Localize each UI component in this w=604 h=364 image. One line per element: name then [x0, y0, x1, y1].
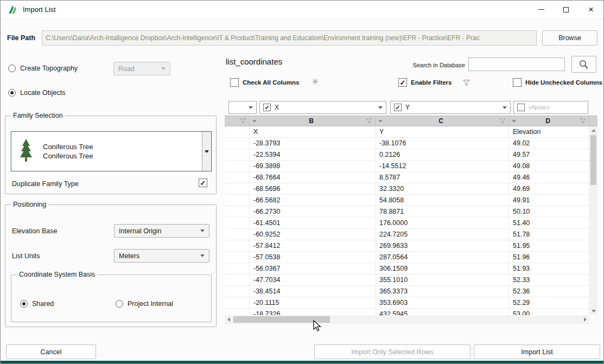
row-selector-cell[interactable] [225, 126, 250, 137]
checkbox-icon[interactable] [394, 104, 402, 111]
table-cell[interactable]: -18.7326 [250, 309, 376, 315]
row-selector-cell[interactable] [225, 309, 250, 315]
table-cell[interactable]: Y [376, 126, 509, 137]
row-selector-cell[interactable] [225, 274, 250, 285]
scroll-down-button[interactable] [589, 307, 597, 315]
table-cell[interactable]: 78.8871 [376, 206, 509, 217]
table-cell[interactable]: 224.7205 [376, 229, 509, 240]
list-units-dropdown[interactable]: Meters [114, 249, 209, 263]
table-cell[interactable]: -22.5394 [250, 149, 376, 160]
row-selector-cell[interactable] [225, 138, 250, 149]
row-selector-cell[interactable] [225, 252, 250, 263]
row-selector-cell[interactable] [225, 297, 250, 308]
table-cell[interactable]: 432.5945 [376, 309, 509, 315]
table-cell[interactable]: -60.9252 [250, 229, 376, 240]
column-selector-a[interactable] [228, 101, 257, 114]
checkbox-icon[interactable] [517, 104, 525, 111]
table-cell[interactable]: 51.96 [509, 252, 589, 263]
table-cell[interactable]: 51.40 [509, 218, 589, 228]
table-cell[interactable]: 365.3373 [376, 286, 509, 297]
table-cell[interactable]: Elevation [509, 126, 589, 137]
table-row[interactable]: -68.569632.332049.69 [225, 183, 589, 195]
table-row[interactable]: -57.0538287.056451.96 [225, 252, 589, 263]
table-cell[interactable]: 306.1509 [376, 263, 509, 274]
locate-objects-radio[interactable]: Locate Objects [8, 89, 65, 97]
table-cell[interactable]: -38.1076 [376, 138, 509, 149]
table-row[interactable]: -57.8412269.963351.95 [225, 240, 589, 252]
table-cell[interactable]: 51.78 [509, 229, 589, 240]
table-cell[interactable]: -28.3793 [250, 138, 376, 149]
table-row[interactable]: -18.7326432.594553.00 [225, 309, 589, 315]
table-row[interactable]: -68.76648.578749.46 [225, 172, 589, 183]
table-cell[interactable]: 176.0000 [376, 218, 509, 228]
checkbox-icon[interactable] [263, 104, 271, 111]
table-cell[interactable]: 353.6903 [376, 297, 509, 308]
table-row[interactable]: -60.9252224.720551.78 [225, 229, 589, 240]
enable-filters-checkbox[interactable]: Enable Filters [398, 78, 452, 87]
table-cell[interactable]: 269.9633 [376, 240, 509, 251]
table-cell[interactable]: 49.46 [509, 172, 589, 183]
table-cell[interactable]: 49.57 [509, 149, 589, 160]
table-cell[interactable]: -68.5696 [250, 183, 376, 194]
table-cell[interactable]: 355.1010 [376, 274, 509, 285]
column-header-b[interactable]: B [250, 116, 376, 126]
create-topography-radio[interactable]: Create Topography [8, 65, 78, 72]
table-row[interactable]: -56.0367306.150951.93 [225, 263, 589, 274]
cancel-button[interactable]: Cancel [6, 344, 96, 359]
import-selected-rows-button[interactable]: Import Only Selected Rows [314, 344, 471, 359]
table-cell[interactable]: 54.8058 [376, 195, 509, 206]
road-dropdown[interactable]: Road [113, 62, 170, 75]
table-row[interactable]: XYElevation [225, 126, 589, 138]
corner-header-cell[interactable] [225, 116, 250, 126]
horizontal-scrollbar[interactable] [225, 315, 589, 324]
table-cell[interactable]: -61.4501 [250, 218, 376, 228]
table-cell[interactable]: 8.5787 [376, 172, 509, 183]
table-cell[interactable]: -68.7664 [250, 172, 376, 183]
table-cell[interactable]: 287.0564 [376, 252, 509, 263]
scroll-right-button[interactable] [581, 315, 589, 324]
search-button[interactable] [571, 56, 596, 73]
table-cell[interactable]: 49.91 [509, 195, 589, 206]
row-selector-cell[interactable] [225, 149, 250, 160]
vertical-scrollbar[interactable] [589, 126, 597, 315]
table-row[interactable]: -20.1115353.690352.29 [225, 297, 589, 309]
table-row[interactable]: -38.4514365.337352.36 [225, 286, 589, 297]
table-cell[interactable]: 32.3320 [376, 183, 509, 194]
table-cell[interactable]: 52.29 [509, 297, 589, 308]
snowflake-icon[interactable]: ✳ [311, 76, 319, 87]
duplicate-family-checkbox[interactable] [199, 178, 207, 187]
row-selector-cell[interactable] [225, 183, 250, 194]
family-dropdown-button[interactable] [202, 132, 211, 171]
table-row[interactable]: -28.3793-38.107649.02 [225, 138, 589, 149]
elevation-base-dropdown[interactable]: Internal Origin [114, 224, 209, 238]
table-cell[interactable]: -56.0367 [250, 263, 376, 274]
table-cell[interactable]: 51.95 [509, 240, 589, 251]
table-row[interactable]: -61.4501176.000051.40 [225, 218, 589, 229]
close-button[interactable]: × [578, 1, 603, 19]
table-cell[interactable]: -47.7034 [250, 274, 376, 285]
table-cell[interactable]: X [250, 126, 376, 137]
row-selector-cell[interactable] [225, 172, 250, 183]
search-input[interactable] [468, 58, 565, 71]
table-row[interactable]: -22.53940.212649.57 [225, 149, 589, 161]
row-selector-cell[interactable] [225, 206, 250, 217]
column-selector-y[interactable]: Y [390, 101, 511, 114]
row-selector-cell[interactable] [225, 263, 250, 274]
table-row[interactable]: -66.568254.805849.91 [225, 195, 589, 206]
table-cell[interactable]: 53.00 [509, 309, 589, 315]
check-all-columns-checkbox[interactable]: Check All Columns [230, 78, 299, 87]
table-cell[interactable]: -66.5682 [250, 195, 376, 206]
table-cell[interactable]: 51.93 [509, 263, 589, 274]
table-row[interactable]: -47.7034355.101052.33 [225, 274, 589, 286]
row-selector-cell[interactable] [225, 195, 250, 206]
table-cell[interactable]: 49.02 [509, 138, 589, 149]
column-header-c[interactable]: C [376, 116, 509, 126]
table-cell[interactable]: 49.69 [509, 183, 589, 194]
column-header-d[interactable]: D [509, 116, 589, 126]
table-cell[interactable]: -20.1115 [250, 297, 376, 308]
row-selector-cell[interactable] [225, 286, 250, 297]
table-cell[interactable]: -14.5512 [376, 161, 509, 171]
row-selector-cell[interactable] [225, 161, 250, 171]
table-cell[interactable]: 52.33 [509, 274, 589, 285]
scroll-up-button[interactable] [589, 126, 597, 135]
